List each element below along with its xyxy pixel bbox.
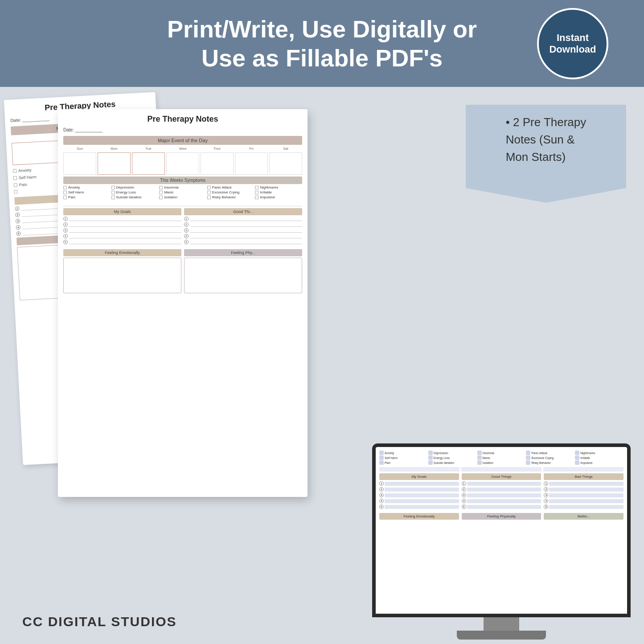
info-banner: • 2 Pre Therapy Notes (Sun & Mon Starts) bbox=[466, 105, 626, 203]
s-anxiety: Anxiety bbox=[379, 451, 428, 455]
sym-panic-attack: Panic Attack bbox=[207, 185, 254, 189]
screen-content: Anxiety Depression Insomnia Panic Attack… bbox=[376, 447, 627, 523]
day-box-fri bbox=[235, 152, 268, 175]
s-depression: Depression bbox=[428, 451, 477, 455]
sym-anxiety: Anxiety bbox=[63, 185, 111, 189]
sgt-5: 5 bbox=[462, 505, 541, 509]
info-text: • 2 Pre Therapy Notes (Sun & Mon Starts) bbox=[506, 114, 587, 166]
paper-front-major-event: Major Event of the Day bbox=[63, 136, 302, 145]
goal-1: 1 bbox=[63, 217, 181, 221]
sbt-1: 1 bbox=[544, 481, 623, 486]
goal-4: 4 bbox=[63, 234, 181, 238]
symptoms-header-front: This Weeks Symptoms bbox=[63, 176, 302, 184]
day-box-thur bbox=[201, 152, 234, 175]
sbt-3: 3 bbox=[544, 493, 623, 497]
screen-feeling-row: Feeling Emotionally Feeling Physically B… bbox=[379, 513, 623, 520]
symptoms-grid-front: Anxiety Depression Insomnia Panic Attack… bbox=[63, 185, 302, 199]
sym-suicide: Suicide Ideation bbox=[111, 195, 159, 199]
day-box-tue bbox=[132, 152, 165, 175]
monitor-screen: Anxiety Depression Insomnia Panic Attack… bbox=[372, 443, 631, 617]
screen-feeling-emotionally: Feeling Emotionally bbox=[379, 513, 459, 520]
sym-irritable: Irritable bbox=[255, 190, 302, 194]
sym-insomnia: Insomnia bbox=[159, 185, 206, 189]
screen-symptoms: Anxiety Depression Insomnia Panic Attack… bbox=[379, 451, 623, 465]
good-things-header: Good Thi... bbox=[184, 208, 302, 215]
sbt-2: 2 bbox=[544, 487, 623, 492]
day-sat: Sat bbox=[269, 147, 302, 151]
extra-line-1 bbox=[63, 201, 302, 206]
sgt-3: 3 bbox=[462, 493, 541, 497]
sym-nightmares: Nightmares bbox=[255, 185, 302, 189]
monitor: Anxiety Depression Insomnia Panic Attack… bbox=[372, 443, 631, 640]
s-isolation: Isolation bbox=[477, 460, 526, 465]
day-thur: Thur bbox=[201, 147, 234, 151]
feeling-emotionally-col: Feeling Emotionally bbox=[63, 249, 181, 293]
header-banner: Print/Write, Use Digitally or Use as Fil… bbox=[0, 0, 644, 87]
goal-2: 2 bbox=[63, 222, 181, 227]
screen-inner: Anxiety Depression Insomnia Panic Attack… bbox=[376, 447, 627, 614]
s-nightmares: Nightmares bbox=[575, 451, 623, 455]
sym-excessive-crying: Excessive Crying bbox=[207, 190, 254, 194]
sym-risky: Risky Behavior bbox=[207, 195, 254, 199]
sg-4: 4 bbox=[379, 499, 459, 503]
monitor-stand-base bbox=[457, 631, 546, 640]
s-pain: Pain bbox=[379, 460, 428, 465]
s-insomnia: Insomnia bbox=[477, 451, 526, 455]
screen-feeling-other: Better... bbox=[544, 513, 623, 520]
feeling-physically-col: Feeling Phy... bbox=[184, 249, 302, 293]
info-panel: • 2 Pre Therapy Notes (Sun & Mon Starts) bbox=[466, 105, 626, 203]
sg-3: 3 bbox=[379, 493, 459, 497]
feeling-physically-box bbox=[184, 258, 302, 293]
sym-depression: Depression bbox=[111, 185, 159, 189]
sgt-4: 4 bbox=[462, 499, 541, 503]
good-2: 2 bbox=[184, 222, 302, 227]
screen-good-things: Good Things 1 2 3 4 5 bbox=[462, 473, 541, 510]
goals-header: My Goals bbox=[63, 208, 181, 215]
sgt-2: 2 bbox=[462, 487, 541, 492]
sym-pain: Pain bbox=[63, 195, 111, 199]
sbt-5: 5 bbox=[544, 505, 623, 509]
feeling-physically-header: Feeling Phy... bbox=[184, 249, 302, 256]
goals-col: My Goals 1 2 3 4 5 bbox=[63, 208, 181, 246]
good-3: 3 bbox=[184, 228, 302, 233]
screen-my-goals: My Goals 1 2 3 4 5 bbox=[379, 473, 459, 510]
day-wed: Wed bbox=[166, 147, 199, 151]
goal-3: 3 bbox=[63, 228, 181, 233]
day-box-sat bbox=[269, 152, 302, 175]
feeling-emotionally-box bbox=[63, 258, 181, 293]
instant-download-badge: Instant Download bbox=[537, 8, 608, 79]
s-panic: Panic Attack bbox=[526, 451, 574, 455]
sg-1: 1 bbox=[379, 481, 459, 486]
s-selfharm: Self Harm bbox=[379, 455, 428, 460]
s-impulsive: Impulsive bbox=[575, 460, 623, 465]
goal-5: 5 bbox=[63, 240, 181, 244]
s-excessivecrying: Excessive Crying bbox=[526, 455, 574, 460]
screen-goals-row: My Goals 1 2 3 4 5 Good Things 1 2 3 bbox=[379, 473, 623, 510]
sym-manic: Manic bbox=[159, 190, 206, 194]
sym-energy-loss: Energy Loss bbox=[111, 190, 159, 194]
sg-5: 5 bbox=[379, 505, 459, 509]
good-1: 1 bbox=[184, 217, 302, 221]
s-manic: Manic bbox=[477, 455, 526, 460]
screen-feeling-physically: Feeling Physically bbox=[462, 513, 541, 520]
main-content: Pre Therapy Notes Date: ___________ Majo… bbox=[0, 87, 644, 599]
sgt-1: 1 bbox=[462, 481, 541, 486]
feeling-emotionally-header: Feeling Emotionally bbox=[63, 249, 181, 256]
sym-impulsive: Impulsive bbox=[255, 195, 302, 199]
sym-isolation: Isolation bbox=[159, 195, 206, 199]
sbt-4: 4 bbox=[544, 499, 623, 503]
good-things-col: Good Thi... 1 2 3 4 5 bbox=[184, 208, 302, 246]
sg-2: 2 bbox=[379, 487, 459, 492]
s-suicide: Suicide Ideation bbox=[428, 460, 477, 465]
paper-front: Pre Therapy Notes Date: ___________ Majo… bbox=[58, 109, 308, 497]
s-irritable: Irritable bbox=[575, 455, 623, 460]
s-energyloss: Energy Loss bbox=[428, 455, 477, 460]
goals-section-front: My Goals 1 2 3 4 5 Good Thi... 1 2 3 4 5 bbox=[63, 208, 302, 246]
screen-bad-things: Bad Things 1 2 3 4 5 bbox=[544, 473, 623, 510]
paper-front-date: Date: ___________ bbox=[58, 127, 308, 134]
s-risky: Risky Behavior bbox=[526, 460, 574, 465]
paper-front-title: Pre Therapy Notes bbox=[58, 109, 308, 127]
day-tue: Tue bbox=[132, 147, 165, 151]
monitor-stand-neck bbox=[484, 617, 519, 631]
good-4: 4 bbox=[184, 234, 302, 238]
